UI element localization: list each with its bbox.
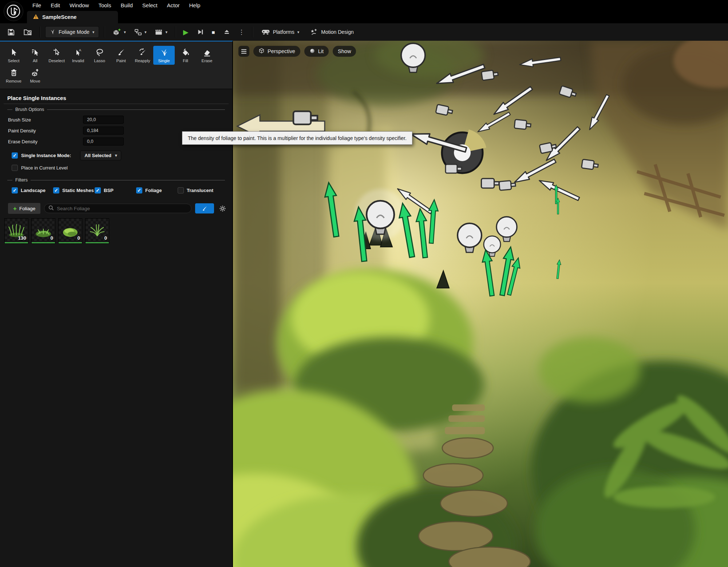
foliage-checkbox[interactable] xyxy=(136,187,142,193)
play-options-kebab-button[interactable]: ⋮ xyxy=(236,26,247,38)
lit-sphere-icon xyxy=(309,48,315,55)
foliage-type-thumbnail[interactable]: 0 xyxy=(85,218,109,244)
tab-samplescene[interactable]: SampleScene xyxy=(27,11,118,23)
skip-frame-button[interactable] xyxy=(194,26,206,38)
chevron-down-icon: ▾ xyxy=(145,30,147,34)
single-instance-mode-row: Single Instance Mode: All Selected ▾ xyxy=(0,149,232,161)
paint-density-input[interactable]: 0,184 xyxy=(83,127,124,135)
tool-select-invalid[interactable]: A Invalid xyxy=(67,46,89,65)
tab-bar: SampleScene xyxy=(0,11,728,23)
bsp-checkbox[interactable] xyxy=(95,187,101,193)
thumbnail-status-bar xyxy=(59,242,82,243)
landscape-checkbox[interactable] xyxy=(12,187,18,193)
menu-help[interactable]: Help xyxy=(185,0,205,11)
stop-button[interactable]: ■ xyxy=(209,26,218,38)
menu-file[interactable]: File xyxy=(28,0,46,11)
filter-static-meshes: Static Meshes xyxy=(53,187,95,193)
search-foliage-box[interactable] xyxy=(44,204,191,213)
brush-options-section-header: Brush Options xyxy=(7,107,225,112)
filter-bsp: BSP xyxy=(95,187,136,193)
single-instance-mode-dropdown[interactable]: All Selected ▾ xyxy=(80,151,121,160)
brush-size-row: Brush Size 20,0 xyxy=(0,114,232,125)
foliage-tools: Select All Deselect A Invalid xyxy=(0,41,232,89)
foliage-type-thumbnail[interactable]: 130 xyxy=(4,218,28,244)
browse-content-button[interactable] xyxy=(21,26,35,38)
menu-actor[interactable]: Actor xyxy=(162,0,184,11)
filters-row: Landscape Static Meshes BSP Foliage Tran… xyxy=(0,185,232,196)
tab-title: SampleScene xyxy=(42,14,76,20)
tool-move[interactable]: Move xyxy=(24,66,46,85)
foliage-thumbnails: 130 0 0 0 xyxy=(4,218,232,244)
menu-select[interactable]: Select xyxy=(138,0,162,11)
viewport-3d[interactable]: Perspective Lit Show xyxy=(233,41,728,567)
menu-tools[interactable]: Tools xyxy=(94,0,116,11)
place-in-current-level-row: Place in Current Level xyxy=(0,161,232,174)
show-dropdown[interactable]: Show xyxy=(333,46,356,57)
plus-icon: + xyxy=(13,205,17,212)
motion-design-button[interactable]: Motion Design xyxy=(306,26,357,38)
motion-design-icon xyxy=(309,28,318,37)
translucent-checkbox[interactable] xyxy=(178,187,184,193)
tool-erase[interactable]: Erase xyxy=(196,46,218,65)
panel-heading: Place Single Instances xyxy=(7,95,225,101)
warning-icon xyxy=(33,14,39,21)
platforms-dropdown[interactable]: Platforms ▾ xyxy=(258,26,303,38)
tool-remove[interactable]: Remove xyxy=(3,66,24,85)
editor-mode-dropdown[interactable]: Foliage Mode ▾ xyxy=(45,26,99,38)
foliage-type-thumbnail[interactable]: 0 xyxy=(58,218,82,244)
instance-count: 130 xyxy=(18,235,26,241)
eject-button[interactable] xyxy=(221,26,233,38)
place-in-current-level-checkbox[interactable] xyxy=(12,165,18,171)
add-actor-button[interactable]: ▾ xyxy=(110,26,128,38)
menu-edit[interactable]: Edit xyxy=(46,0,65,11)
blueprints-button[interactable]: ▾ xyxy=(131,26,149,38)
main-area: Select All Deselect A Invalid xyxy=(0,41,728,567)
tool-select-all[interactable]: All xyxy=(24,46,46,65)
tool-single[interactable]: Single xyxy=(153,46,175,65)
filter-translucent: Translucent xyxy=(178,187,219,193)
viewport-menu-button[interactable] xyxy=(238,46,249,57)
search-icon xyxy=(48,205,54,212)
tool-paint[interactable]: Paint xyxy=(110,46,132,65)
foliage-mode-icon xyxy=(50,29,56,36)
erase-density-input[interactable]: 0,0 xyxy=(83,137,124,145)
menu-window[interactable]: Window xyxy=(65,0,94,11)
menu-bar: File Edit Window Tools Build Select Acto… xyxy=(0,0,728,11)
add-foliage-button[interactable]: + Foliage xyxy=(8,203,40,214)
tool-deselect[interactable]: Deselect xyxy=(46,46,67,65)
toolbar-separator xyxy=(175,27,175,37)
editor-mode-label: Foliage Mode xyxy=(59,29,90,35)
chevron-down-icon: ▾ xyxy=(115,153,117,157)
menu-build[interactable]: Build xyxy=(116,0,137,11)
perspective-dropdown[interactable]: Perspective xyxy=(253,46,300,57)
viewport-toolbar: Perspective Lit Show xyxy=(238,46,356,57)
toolbar-separator xyxy=(252,27,253,37)
brush-size-input[interactable]: 20,0 xyxy=(83,116,124,124)
static-meshes-checkbox[interactable] xyxy=(53,187,59,193)
tool-reapply[interactable]: Reapply xyxy=(132,46,153,65)
search-foliage-input[interactable] xyxy=(57,206,187,211)
viewport-scene[interactable] xyxy=(233,41,728,567)
single-instance-mode-checkbox[interactable] xyxy=(12,152,18,159)
thumbnail-status-bar xyxy=(86,242,109,243)
instance-count: 0 xyxy=(50,235,53,241)
main-toolbar: Foliage Mode ▾ ▾ ▾ xyxy=(0,23,728,41)
tool-lasso[interactable]: Lasso xyxy=(89,46,110,65)
thumbnail-status-bar xyxy=(32,242,55,243)
foliage-settings-gear-button[interactable] xyxy=(218,204,227,213)
tool-select[interactable]: Select xyxy=(3,46,24,65)
cinematics-button[interactable]: ▾ xyxy=(152,26,170,38)
foliage-mode-panel: Select All Deselect A Invalid xyxy=(0,41,233,567)
play-button[interactable]: ▶ xyxy=(181,26,191,38)
tooltip: The density of foliage to paint. This is… xyxy=(182,131,412,145)
tool-fill[interactable]: Fill xyxy=(175,46,196,65)
chevron-down-icon: ▾ xyxy=(165,30,167,34)
paint-brush-toggle-button[interactable] xyxy=(195,203,214,213)
toolbar-separator xyxy=(104,27,104,37)
instance-count: 0 xyxy=(104,235,107,241)
foliage-list-header: + Foliage xyxy=(8,203,227,214)
foliage-type-thumbnail[interactable]: 0 xyxy=(31,218,55,244)
unreal-engine-logo-icon[interactable] xyxy=(4,1,23,21)
lit-dropdown[interactable]: Lit xyxy=(304,46,329,57)
save-button[interactable] xyxy=(4,26,18,38)
